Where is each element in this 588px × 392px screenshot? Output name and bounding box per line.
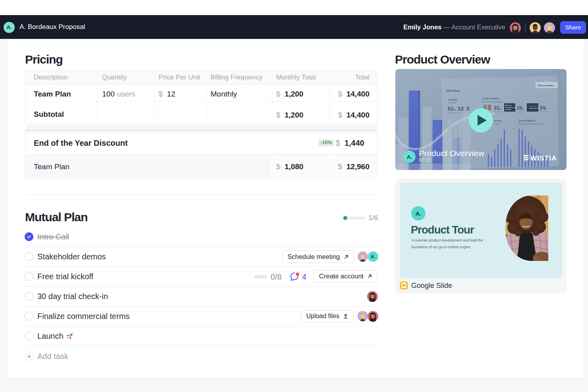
svg-text:Product Tour: Product Tour bbox=[411, 224, 474, 236]
svg-text:Product Overview: Product Overview bbox=[419, 149, 484, 158]
svg-text:A.: A. bbox=[407, 154, 412, 160]
svg-text:Accelerate product development: Accelerate product development and build… bbox=[411, 238, 483, 242]
svg-text:foundation of our go-to-market: foundation of our go-to-market engine. bbox=[411, 245, 471, 249]
svg-text:02:20: 02:20 bbox=[419, 157, 431, 163]
svg-text:WISTIA: WISTIA bbox=[530, 154, 557, 162]
svg-text:A.: A. bbox=[416, 210, 422, 217]
